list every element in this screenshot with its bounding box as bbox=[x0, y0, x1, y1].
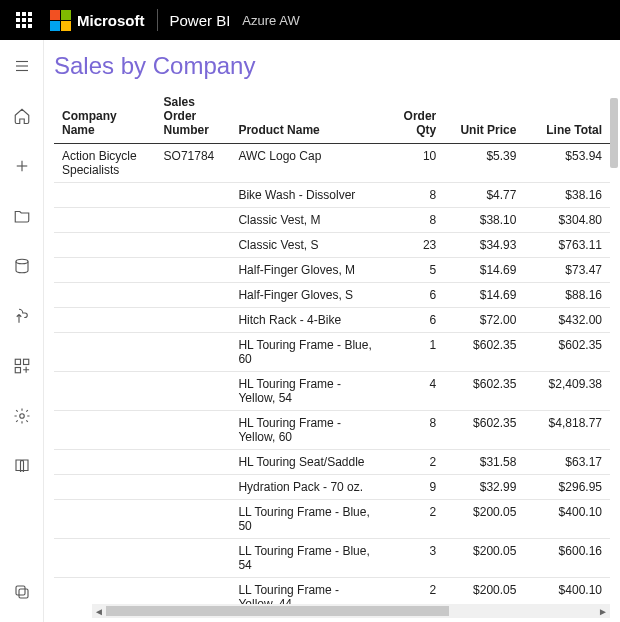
cell-product: HL Touring Seat/Saddle bbox=[230, 450, 380, 475]
cell-company bbox=[54, 539, 156, 578]
table-row[interactable]: Classic Vest, S23$34.93$763.11 bbox=[54, 233, 610, 258]
product-label[interactable]: Power BI bbox=[170, 12, 231, 29]
cell-product: Half-Finger Gloves, S bbox=[230, 283, 380, 308]
table-row[interactable]: LL Touring Frame - Blue, 502$200.05$400.… bbox=[54, 500, 610, 539]
home-icon[interactable] bbox=[4, 98, 40, 134]
table-row[interactable]: LL Touring Frame - Blue, 543$200.05$600.… bbox=[54, 539, 610, 578]
microsoft-logo-icon bbox=[50, 10, 71, 31]
cell-product: HL Touring Frame - Yellow, 60 bbox=[230, 411, 380, 450]
table-row[interactable]: HL Touring Frame - Yellow, 608$602.35$4,… bbox=[54, 411, 610, 450]
cell-qty: 8 bbox=[380, 411, 444, 450]
svg-rect-6 bbox=[15, 359, 20, 364]
cell-total: $73.47 bbox=[524, 258, 610, 283]
cell-company bbox=[54, 308, 156, 333]
apps-icon[interactable] bbox=[4, 348, 40, 384]
microsoft-label: Microsoft bbox=[77, 12, 145, 29]
table-container[interactable]: Company Name Sales Order Number Product … bbox=[54, 88, 610, 608]
table-row[interactable]: Hydration Pack - 70 oz.9$32.99$296.95 bbox=[54, 475, 610, 500]
menu-icon[interactable] bbox=[4, 48, 40, 84]
horizontal-scrollbar-thumb[interactable] bbox=[106, 606, 449, 616]
cell-order bbox=[156, 539, 231, 578]
metrics-icon[interactable] bbox=[4, 298, 40, 334]
cell-total: $763.11 bbox=[524, 233, 610, 258]
cell-price: $5.39 bbox=[444, 144, 524, 183]
cell-company bbox=[54, 500, 156, 539]
cell-qty: 23 bbox=[380, 233, 444, 258]
cell-product: HL Touring Frame - Yellow, 54 bbox=[230, 372, 380, 411]
topbar-divider bbox=[157, 9, 158, 31]
col-total[interactable]: Line Total bbox=[524, 89, 610, 144]
col-price[interactable]: Unit Price bbox=[444, 89, 524, 144]
svg-rect-7 bbox=[23, 359, 28, 364]
cell-qty: 6 bbox=[380, 308, 444, 333]
cell-price: $14.69 bbox=[444, 258, 524, 283]
col-company[interactable]: Company Name bbox=[54, 89, 156, 144]
table-row[interactable]: Action Bicycle SpecialistsSO71784AWC Log… bbox=[54, 144, 610, 183]
cell-product: HL Touring Frame - Blue, 60 bbox=[230, 333, 380, 372]
svg-point-9 bbox=[19, 414, 24, 419]
table-row[interactable]: HL Touring Frame - Blue, 601$602.35$602.… bbox=[54, 333, 610, 372]
cell-company: Action Bicycle Specialists bbox=[54, 144, 156, 183]
table-row[interactable]: Hitch Rack - 4-Bike6$72.00$432.00 bbox=[54, 308, 610, 333]
cell-product: LL Touring Frame - Blue, 54 bbox=[230, 539, 380, 578]
table-row[interactable]: Half-Finger Gloves, M5$14.69$73.47 bbox=[54, 258, 610, 283]
cell-order bbox=[156, 475, 231, 500]
col-order[interactable]: Sales Order Number bbox=[156, 89, 231, 144]
cell-price: $32.99 bbox=[444, 475, 524, 500]
browse-icon[interactable] bbox=[4, 198, 40, 234]
table-row[interactable]: Classic Vest, M8$38.10$304.80 bbox=[54, 208, 610, 233]
cell-total: $53.94 bbox=[524, 144, 610, 183]
col-qty[interactable]: Order Qty bbox=[380, 89, 444, 144]
deployment-icon[interactable] bbox=[4, 398, 40, 434]
cell-total: $602.35 bbox=[524, 333, 610, 372]
cell-qty: 6 bbox=[380, 283, 444, 308]
sales-table: Company Name Sales Order Number Product … bbox=[54, 89, 610, 608]
cell-product: Bike Wash - Dissolver bbox=[230, 183, 380, 208]
cell-product: Half-Finger Gloves, M bbox=[230, 258, 380, 283]
workspaces-icon[interactable] bbox=[4, 574, 40, 610]
table-row[interactable]: HL Touring Frame - Yellow, 544$602.35$2,… bbox=[54, 372, 610, 411]
svg-point-5 bbox=[16, 259, 28, 264]
cell-total: $296.95 bbox=[524, 475, 610, 500]
cell-order bbox=[156, 500, 231, 539]
cell-qty: 5 bbox=[380, 258, 444, 283]
cell-company bbox=[54, 233, 156, 258]
cell-price: $38.10 bbox=[444, 208, 524, 233]
cell-order bbox=[156, 333, 231, 372]
cell-company bbox=[54, 450, 156, 475]
workspace-label[interactable]: Azure AW bbox=[242, 13, 299, 28]
data-hub-icon[interactable] bbox=[4, 248, 40, 284]
scroll-right-icon[interactable]: ► bbox=[596, 606, 610, 617]
cell-qty: 8 bbox=[380, 183, 444, 208]
cell-qty: 10 bbox=[380, 144, 444, 183]
scroll-left-icon[interactable]: ◄ bbox=[92, 606, 106, 617]
vertical-scrollbar-thumb[interactable] bbox=[610, 98, 618, 168]
cell-price: $34.93 bbox=[444, 233, 524, 258]
cell-product: Hydration Pack - 70 oz. bbox=[230, 475, 380, 500]
svg-rect-8 bbox=[15, 368, 20, 373]
horizontal-scrollbar[interactable]: ◄ ► bbox=[92, 604, 610, 618]
cell-qty: 2 bbox=[380, 500, 444, 539]
cell-total: $432.00 bbox=[524, 308, 610, 333]
table-row[interactable]: Bike Wash - Dissolver8$4.77$38.16 bbox=[54, 183, 610, 208]
create-icon[interactable] bbox=[4, 148, 40, 184]
cell-price: $200.05 bbox=[444, 500, 524, 539]
table-row[interactable]: Half-Finger Gloves, S6$14.69$88.16 bbox=[54, 283, 610, 308]
cell-price: $14.69 bbox=[444, 283, 524, 308]
cell-qty: 1 bbox=[380, 333, 444, 372]
cell-total: $2,409.38 bbox=[524, 372, 610, 411]
cell-total: $600.16 bbox=[524, 539, 610, 578]
svg-rect-10 bbox=[16, 586, 25, 595]
cell-qty: 8 bbox=[380, 208, 444, 233]
col-product[interactable]: Product Name bbox=[230, 89, 380, 144]
cell-company bbox=[54, 183, 156, 208]
cell-price: $72.00 bbox=[444, 308, 524, 333]
cell-price: $31.58 bbox=[444, 450, 524, 475]
app-launcher-icon[interactable] bbox=[8, 4, 40, 36]
cell-order bbox=[156, 183, 231, 208]
cell-total: $4,818.77 bbox=[524, 411, 610, 450]
cell-price: $4.77 bbox=[444, 183, 524, 208]
learn-icon[interactable] bbox=[4, 448, 40, 484]
cell-order bbox=[156, 450, 231, 475]
table-row[interactable]: HL Touring Seat/Saddle2$31.58$63.17 bbox=[54, 450, 610, 475]
